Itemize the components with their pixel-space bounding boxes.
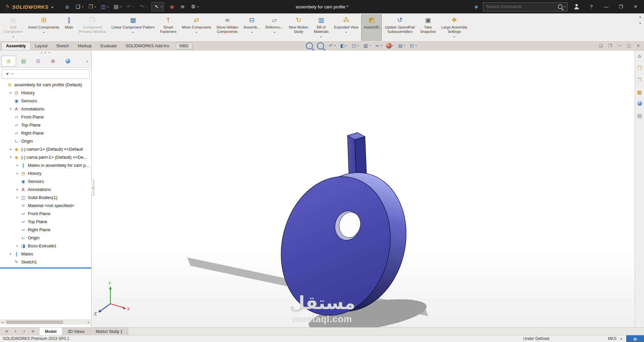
- custom-properties-button[interactable]: ▤: [636, 112, 643, 119]
- dimxpertmanager-tab[interactable]: ⊕: [46, 56, 60, 66]
- smart-fasteners-button[interactable]: †SmartFasteners: [158, 14, 179, 41]
- tab-3d-views[interactable]: 3D Views: [62, 328, 90, 335]
- globe-button[interactable]: ⊕: [626, 335, 644, 342]
- dropdown-caret-icon[interactable]: ▾: [345, 30, 347, 35]
- tree-item-solid-bodies-1[interactable]: ▸◫Solid Bodies(1): [0, 193, 91, 201]
- edit-component-button[interactable]: ◎EditComponent▾: [1, 14, 25, 41]
- tree-item-mates[interactable]: ▸∥Mates: [0, 250, 91, 258]
- tree-item-annotations[interactable]: ▸AAnnotations: [0, 185, 91, 193]
- expander-right-icon[interactable]: ▸: [15, 172, 20, 175]
- view-settings-button[interactable]: ⊡▾: [409, 43, 417, 49]
- next-tab-button[interactable]: ›: [21, 328, 28, 335]
- apply-scene-button[interactable]: ▤▾: [397, 43, 405, 49]
- view-orientation-button[interactable]: ◰▾: [351, 43, 359, 49]
- 3dexperience-icon[interactable]: ◈: [473, 3, 480, 10]
- tree-item-sketch1[interactable]: ✎Sketch1: [0, 258, 91, 266]
- tree-item-sensors[interactable]: ◉Sensors: [0, 177, 91, 185]
- pane-preview-button[interactable]: ❏: [598, 43, 603, 48]
- tab-motion-study-1[interactable]: Motion Study 1: [90, 328, 128, 335]
- account-icon[interactable]: [573, 3, 580, 10]
- expander-right-icon[interactable]: ▸: [8, 91, 13, 94]
- zoom-to-fit-button[interactable]: [306, 42, 313, 49]
- component-preview-window-button[interactable]: ❐ComponentPreview Window: [76, 14, 108, 41]
- cam-assembly-model[interactable]: [92, 50, 635, 327]
- dropdown-caret-icon[interactable]: ▾: [161, 5, 162, 8]
- tree-item-material-not-specified[interactable]: ≡Material <not specified>: [0, 201, 91, 209]
- assembly-features-button[interactable]: ⊟Assemb...▾: [241, 14, 262, 41]
- doc-close-button[interactable]: ×: [636, 43, 641, 48]
- redo-button[interactable]: ↷▾: [137, 2, 149, 11]
- panel-grip[interactable]: ● ● ●: [0, 50, 91, 55]
- last-tab-button[interactable]: »: [30, 328, 36, 335]
- dropdown-caret-icon[interactable]: ▾: [107, 5, 109, 8]
- propertymanager-tab[interactable]: ▤: [16, 56, 31, 66]
- status-caret-icon[interactable]: ▴: [621, 337, 622, 340]
- section-view-button[interactable]: ◧▾: [340, 43, 347, 49]
- marketplace-button[interactable]: ◉: [167, 2, 177, 11]
- insert-components-button[interactable]: ⊞Insert Components▾: [26, 14, 62, 41]
- tree-item-front-plane[interactable]: ▱Front Plane: [0, 113, 91, 121]
- collapse-ribbon-icon[interactable]: ▴: [639, 15, 641, 18]
- tab-evaluate[interactable]: Evaluate: [96, 42, 121, 50]
- logo-expand-icon[interactable]: ▸: [52, 5, 53, 9]
- expander-right-icon[interactable]: ▸: [8, 252, 13, 255]
- design-library-button[interactable]: ❒: [636, 65, 643, 71]
- tree-horizontal-scrollbar[interactable]: ◂ ▸: [0, 320, 91, 325]
- expander-down-icon[interactable]: ▾: [8, 155, 13, 159]
- tree-item-top-plane[interactable]: ▱Top Plane: [0, 217, 91, 226]
- tree-item-right-plane[interactable]: ▱Right Plane: [0, 129, 91, 137]
- print-button[interactable]: ▤▾: [111, 2, 123, 11]
- tab-markup[interactable]: Markup: [73, 42, 96, 50]
- dropdown-caret-icon[interactable]: ▾: [43, 30, 44, 35]
- tree-item-annotations[interactable]: ▸AAnnotations: [0, 105, 91, 113]
- expander-right-icon[interactable]: ▸: [15, 188, 20, 191]
- minimize-button[interactable]: —: [600, 0, 612, 13]
- dropdown-caret-icon[interactable]: ▾: [12, 35, 14, 39]
- dropdown-caret-icon[interactable]: ▾: [320, 35, 322, 39]
- display-style-button[interactable]: ▧▾: [363, 43, 371, 49]
- open-button[interactable]: ❒▾: [86, 2, 98, 11]
- panel-collapse-handle[interactable]: ◂: [91, 180, 94, 196]
- taskpane-home-button[interactable]: ⌂: [636, 53, 643, 59]
- scrollbar-thumb[interactable]: [6, 321, 63, 324]
- view-palette-button[interactable]: ▦: [636, 89, 643, 96]
- featuremanager-tab[interactable]: ≣: [1, 56, 16, 66]
- expander-right-icon[interactable]: ▸: [15, 163, 20, 167]
- tree-item-cama-part-1-default-de[interactable]: ▾◆(-) cama part<1> (Default) <<De...: [0, 153, 91, 161]
- search-caret-icon[interactable]: ▾: [564, 5, 565, 8]
- tab-model[interactable]: Model: [40, 328, 62, 335]
- tree-item-front-plane[interactable]: ▱Front Plane: [0, 209, 91, 217]
- hide-show-items-button[interactable]: ∞▾: [374, 43, 382, 49]
- tree-item-cama-1-default-default[interactable]: ▸◆(-) cama<1> (Default) <<Default: [0, 145, 91, 153]
- dropdown-caret-icon[interactable]: ▾: [197, 5, 199, 8]
- tree-item-top-plane[interactable]: ▱Top Plane: [0, 121, 91, 129]
- mate-button[interactable]: ∥Mate: [62, 14, 76, 41]
- tab-mbd[interactable]: MBD: [176, 43, 193, 49]
- tree-item-origin[interactable]: ∟Origin: [0, 234, 91, 242]
- graphics-area[interactable]: Y X Z مستقل mostaql.com: [92, 50, 635, 327]
- instant3d-button[interactable]: ◩Instant3D: [361, 14, 382, 41]
- take-snapshot-button[interactable]: ▣TakeSnapshot: [418, 14, 438, 41]
- tree-item-assembely-for-cam-profile-default[interactable]: ⊞assembely for cam profile (Default): [0, 81, 91, 89]
- linear-component-pattern-button[interactable]: ▦Linear Component Pattern▾: [109, 14, 157, 41]
- help-button[interactable]: ?: [586, 0, 597, 13]
- close-ribbon-icon[interactable]: ×: [639, 21, 641, 26]
- tree-item-origin[interactable]: ∟Origin: [0, 137, 91, 145]
- large-assembly-settings-button[interactable]: ❖Large AssemblySettings▾: [439, 14, 470, 41]
- tab-assembly[interactable]: Assembly: [1, 42, 31, 50]
- tab-layout[interactable]: Layout: [31, 42, 52, 50]
- tree-filter[interactable]: ▼ ▾: [2, 69, 90, 79]
- new-motion-study-button[interactable]: ↻New MotionStudy: [286, 14, 311, 41]
- reference-geometry-button[interactable]: ▱Referenc...▾: [263, 14, 286, 41]
- previous-view-button[interactable]: ↶▾: [328, 43, 336, 49]
- filter-caret-icon[interactable]: ▾: [12, 72, 13, 76]
- search-input[interactable]: [485, 4, 556, 9]
- dropdown-caret-icon[interactable]: ▾: [95, 5, 96, 8]
- dropdown-caret-icon[interactable]: ▾: [358, 44, 359, 47]
- dropdown-caret-icon[interactable]: ▾: [251, 30, 253, 35]
- doc-restore-button[interactable]: ▢: [627, 43, 631, 48]
- dropdown-caret-icon[interactable]: ▾: [334, 44, 336, 47]
- expander-right-icon[interactable]: ▸: [15, 196, 20, 199]
- displaymanager-tab[interactable]: [60, 56, 75, 66]
- bill-of-materials-button[interactable]: ▥Bill ofMaterials▾: [311, 14, 331, 41]
